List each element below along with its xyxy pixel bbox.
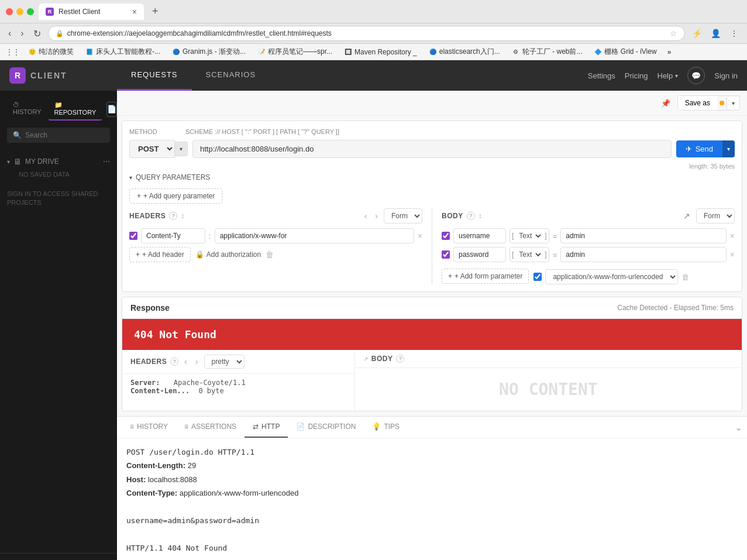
body-help-icon[interactable]: ? [467,212,475,220]
response-headers-help-icon[interactable]: ? [170,358,178,366]
sidebar-tab-history[interactable]: ⏱ HISTORY [7,98,47,121]
response-headers-nav-left-icon[interactable]: ‹ [182,356,190,367]
response-title: Response [130,303,170,312]
body-checkbox-password[interactable] [442,250,450,259]
send-button[interactable]: ✈ Send [676,140,722,157]
close-dot[interactable] [6,8,13,15]
app-name: CLIENT [30,71,67,80]
bottom-tab-tips[interactable]: 💡 TIPS [364,417,408,438]
method-select[interactable]: POST [129,140,175,158]
response-headers-nav-right-icon[interactable]: › [193,356,201,367]
body-checkbox-username[interactable] [442,232,450,240]
bookmark-ai[interactable]: 📘 床头人工智能教程-... [82,46,164,58]
sidebar-options-button[interactable]: 📄 [106,102,117,117]
reload-button[interactable]: ↻ [31,27,43,40]
delete-headers-icon[interactable]: 🗑 [266,250,274,259]
bookmark-grid[interactable]: 🔷 棚格 Grid - iView [590,46,660,58]
sidebar-tab-repository[interactable]: 📁 REPOSITORY [49,98,102,121]
menu-button[interactable]: ⋮ [727,26,741,40]
bookmark-notes[interactable]: 📝 程序员笔记——spr... [254,46,336,58]
my-drive-header[interactable]: ▾ 🖥 MY DRIVE ⋯ [7,154,110,169]
add-auth-button[interactable]: 🔒 Add authorization [195,250,261,259]
headers-sort-icon[interactable]: ↕ [181,212,184,220]
nav-tab-requests[interactable]: REQUESTS [117,60,192,91]
new-tab-button[interactable]: + [149,5,162,18]
bookmark-factory[interactable]: ⚙ 轮子工厂 - web前... [508,46,586,58]
address-bar[interactable]: 🔒 chrome-extension://aejoelaoggembcahagi… [48,26,685,41]
document-icon: 📄 [107,105,116,114]
body-expand-icon[interactable]: ↗ [681,211,693,221]
collapse-panel-button[interactable]: ⌄ [735,422,742,433]
search-input[interactable] [25,131,113,139]
settings-button[interactable]: Settings [588,71,615,80]
body-delete-username[interactable]: × [730,231,735,241]
content-type-checkbox[interactable] [533,273,542,281]
headers-nav-left-icon[interactable]: ‹ [362,210,370,222]
header-checkbox-0[interactable] [129,232,137,240]
section-options-icon[interactable]: ⋯ [103,157,110,166]
content-type-delete-icon[interactable]: 🗑 [681,273,689,281]
header-colon-0: : [209,232,211,241]
body-sort-icon[interactable]: ↕ [479,212,482,220]
maximize-dot[interactable] [27,8,34,15]
save-as-dropdown-icon[interactable]: ▾ [727,97,739,109]
save-as-button[interactable]: Save as ▾ [677,95,740,111]
bottom-tab-http[interactable]: ⇄ HTTP [245,417,288,438]
body-key-password[interactable] [453,247,506,262]
bottom-tab-description[interactable]: 📄 DESCRIPTION [288,417,364,438]
headers-help-icon[interactable]: ? [169,212,177,220]
body-type-select-username[interactable]: Text [515,229,543,243]
tab-close-button[interactable]: × [132,7,137,16]
body-form-select[interactable]: Form [696,208,735,224]
profile-button[interactable]: 👤 [708,26,722,40]
header-value-0[interactable] [215,228,414,243]
tips-tab-icon: 💡 [372,422,381,431]
url-input[interactable] [192,140,672,158]
bottom-tab-assertions[interactable]: ≡ ASSERTIONS [176,417,245,438]
response-body-help-icon[interactable]: ? [396,355,404,363]
lock-icon: 🔒 [195,250,204,259]
body-value-password[interactable] [560,247,727,262]
header-delete-0[interactable]: × [418,231,422,241]
bookmark-granim[interactable]: 🔵 Granim.js - 渐变动... [168,46,249,58]
minimize-dot[interactable] [16,8,23,15]
bookmark-more-button[interactable]: » [667,48,672,56]
apps-icon[interactable]: ⋮⋮ [6,48,20,56]
search-box[interactable]: 🔍 [7,128,110,143]
bookmark-maven[interactable]: 🔲 Maven Repository _ [340,47,421,57]
back-button[interactable]: ‹ [6,27,13,40]
content-type-select[interactable]: application/x-www-form-urlencoded [545,269,678,284]
body-value-username[interactable] [560,228,727,243]
forward-button[interactable]: › [18,27,26,40]
bookmark-pure-smile[interactable]: 🙂 纯洁的微笑 [25,46,77,58]
query-params-toggle[interactable]: ▾ QUERY PARAMETERS [129,170,735,185]
chat-icon[interactable]: 💬 [687,67,705,84]
star-icon[interactable]: ☆ [670,29,677,38]
add-form-param-button[interactable]: + + Add form parameter [442,269,529,284]
body-type-select-password[interactable]: Text [515,248,543,262]
body-key-username[interactable] [453,228,506,243]
body-header: BODY ? ↕ ↗ Form [442,208,735,224]
response-body-expand-icon[interactable]: ↗ [363,356,368,362]
sign-in-button[interactable]: Sign in [714,71,738,80]
bottom-tab-history[interactable]: ≡ HISTORY [122,417,176,438]
save-as-label[interactable]: Save as [678,96,717,110]
bookmark-icon-factory: ⚙ [512,48,520,56]
pin-icon[interactable]: 📌 [661,95,670,111]
headers-nav-right-icon[interactable]: › [373,210,380,222]
add-query-param-button[interactable]: + + Add query parameter [129,188,222,204]
help-button[interactable]: Help ▾ [658,71,679,80]
sign-in-text[interactable]: SIGN IN TO ACCESS SHARED PROJECTS [0,185,117,212]
bookmark-elastic[interactable]: 🔵 elasticsearch入门... [425,46,504,58]
headers-form-select[interactable]: Form [384,208,422,224]
add-header-button[interactable]: + + Add header [129,247,191,262]
header-key-0[interactable] [141,228,205,243]
response-pretty-select[interactable]: pretty [204,355,245,369]
extensions-button[interactable]: ⚡ [690,26,704,40]
body-delete-password[interactable]: × [730,250,735,259]
nav-tab-scenarios[interactable]: SCENARIOS [192,60,270,91]
send-dropdown-button[interactable]: ▾ [722,140,735,157]
method-dropdown-icon[interactable]: ▾ [175,142,188,156]
pricing-button[interactable]: Pricing [625,71,648,80]
browser-tab[interactable]: R Restlet Client × [39,4,144,20]
